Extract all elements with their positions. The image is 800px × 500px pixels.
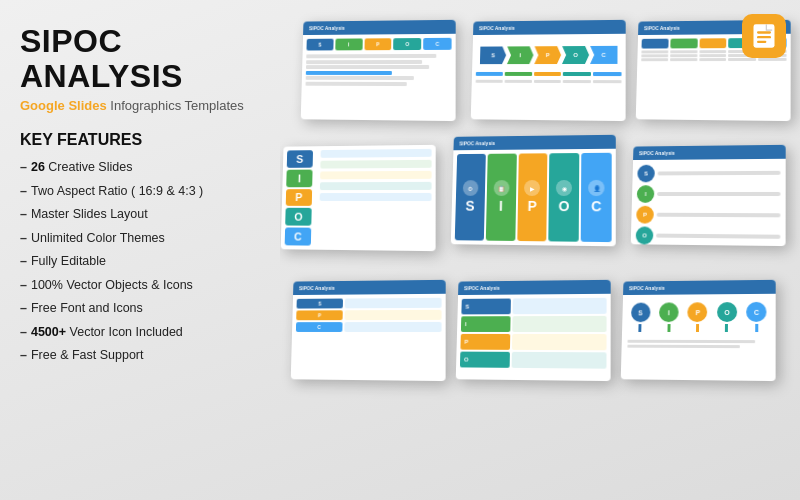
feature-text-4: Unlimited Color Themes xyxy=(31,230,165,248)
node-i-line xyxy=(667,324,670,332)
slide-title-9: SIPOC Analysis xyxy=(629,285,665,291)
feature-text-9: Free & Fast Support xyxy=(31,347,144,365)
slide-5-body: ⚙ S 📋 I ▶ P ◉ O 👤 C xyxy=(451,149,616,247)
circle-line-3 xyxy=(657,213,781,218)
features-heading: KEY FEATURES xyxy=(20,131,260,149)
slide-title-3: SIPOC Analysis xyxy=(644,25,680,31)
feature-item-4: – Unlimited Color Themes xyxy=(20,230,260,248)
dash-icon: – xyxy=(20,206,27,224)
circle-line-4 xyxy=(656,234,780,239)
row-8-4: O xyxy=(460,352,607,369)
subtitle-rest: Infographics Templates xyxy=(110,98,243,113)
arrow-c: C xyxy=(590,46,617,64)
slide-preview-1: SIPOC Analysis S I P O C xyxy=(301,20,456,121)
letter-i: I xyxy=(286,169,312,186)
slide-title-5: SIPOC Analysis xyxy=(459,140,495,146)
circle-row-2: I xyxy=(637,185,781,203)
dash-icon: – xyxy=(20,159,27,177)
sipoc-p: P xyxy=(364,38,392,50)
slide-7-body: S P C xyxy=(292,294,446,336)
left-panel: SIPOC ANALYSIS Google Slides Infographic… xyxy=(0,0,280,500)
s-rect: S xyxy=(461,299,511,315)
sipoc-i: I xyxy=(335,38,362,50)
feature-item-5: – Fully Editable xyxy=(20,253,260,271)
col-3-3 xyxy=(699,38,727,61)
feature-text-6: 100% Vector Objects & Icons xyxy=(31,277,193,295)
slide-header-5: SIPOC Analysis xyxy=(453,135,615,150)
svg-rect-3 xyxy=(757,41,766,43)
subtitle: Google Slides Infographics Templates xyxy=(20,98,260,113)
features-list: – 26 Creative Slides – Two Aspect Ratio … xyxy=(20,159,260,365)
circle-line-1 xyxy=(658,171,781,176)
slide-header-9: SIPOC Analysis xyxy=(623,280,776,295)
feature-bold-1: 26 xyxy=(31,160,45,174)
slide-title-8: SIPOC Analysis xyxy=(464,285,500,291)
slide-title-1: SIPOC Analysis xyxy=(309,25,345,31)
slide-preview-9: SIPOC Analysis S I P O xyxy=(621,280,776,381)
dash-icon: – xyxy=(20,277,27,295)
slide-title-7: SIPOC Analysis xyxy=(299,285,335,291)
slide-preview-2: SIPOC Analysis S I P O C xyxy=(471,20,626,121)
feature-text-1: Creative Slides xyxy=(45,160,133,174)
sipoc-c: C xyxy=(423,38,451,50)
slide-7-right xyxy=(345,298,442,332)
feature-item-3: – Master Slides Layout xyxy=(20,206,260,224)
dash-icon: – xyxy=(20,230,27,248)
svg-rect-1 xyxy=(757,31,771,33)
col-p: ▶ P xyxy=(517,153,548,241)
google-slides-icon xyxy=(750,22,778,50)
col-i: 📋 I xyxy=(486,154,517,241)
node-c: C xyxy=(746,302,766,332)
slide-body-2: S I P O C xyxy=(472,34,626,89)
feature-text-5: Fully Editable xyxy=(31,253,106,271)
slide-8-body: S I P O xyxy=(456,294,611,373)
dash-icon: – xyxy=(20,324,27,342)
node-o: O xyxy=(717,302,737,332)
o-rect: O xyxy=(460,352,510,368)
letter-p: P xyxy=(286,189,312,207)
circle-2: I xyxy=(637,185,655,203)
arrow-p: P xyxy=(534,46,561,64)
col-c: 👤 C xyxy=(581,153,612,242)
slide-preview-4: S I P O C xyxy=(281,145,436,251)
node-p-line xyxy=(696,324,699,332)
feature-text-2: Two Aspect Ratio ( 16:9 & 4:3 ) xyxy=(31,183,203,201)
feature-item-7: – Free Font and Icons xyxy=(20,300,260,318)
slide-6-body: S I P O C xyxy=(631,159,786,246)
node-o-line xyxy=(725,324,728,332)
slide-title-2: SIPOC Analysis xyxy=(479,25,515,31)
feature-item-6: – 100% Vector Objects & Icons xyxy=(20,277,260,295)
node-s-circle: S xyxy=(631,303,651,323)
circle-line-2 xyxy=(657,192,780,196)
google-slides-logo xyxy=(742,14,786,58)
feature-text-3: Master Slides Layout xyxy=(31,206,148,224)
feature-bold-8: 4500+ xyxy=(31,325,66,339)
dash-icon: – xyxy=(20,253,27,271)
slide-preview-8: SIPOC Analysis S I P O xyxy=(456,280,611,381)
node-i: I xyxy=(659,302,679,332)
slides-preview-area: SIPOC Analysis S I P O C xyxy=(280,0,800,500)
node-p-circle: P xyxy=(688,302,708,322)
letter-o: O xyxy=(285,208,312,226)
dash-icon: – xyxy=(20,347,27,365)
node-c-line xyxy=(755,324,758,332)
letter-c: C xyxy=(285,228,312,246)
sipoc-o: O xyxy=(394,38,422,50)
slide-header-8: SIPOC Analysis xyxy=(458,280,611,295)
node-o-circle: O xyxy=(717,302,737,322)
slide-preview-6: SIPOC Analysis S I P O xyxy=(631,145,786,246)
content-lines-1 xyxy=(306,54,452,86)
feature-item-2: – Two Aspect Ratio ( 16:9 & 4:3 ) xyxy=(20,183,260,201)
slide-7-left: S P C xyxy=(296,299,343,332)
sipoc-s: S xyxy=(306,39,333,51)
arrow-s: S xyxy=(480,46,506,64)
dash-icon: – xyxy=(20,183,27,201)
slide-header-7: SIPOC Analysis xyxy=(293,280,446,295)
svg-rect-2 xyxy=(757,36,771,38)
c-block: C xyxy=(296,322,343,332)
slide-header-6: SIPOC Analysis xyxy=(633,145,786,160)
node-p: P xyxy=(688,302,708,332)
slide-body-1: S I P O C xyxy=(302,34,456,90)
col-o: ◉ O xyxy=(549,153,580,242)
circle-3: P xyxy=(636,206,654,224)
